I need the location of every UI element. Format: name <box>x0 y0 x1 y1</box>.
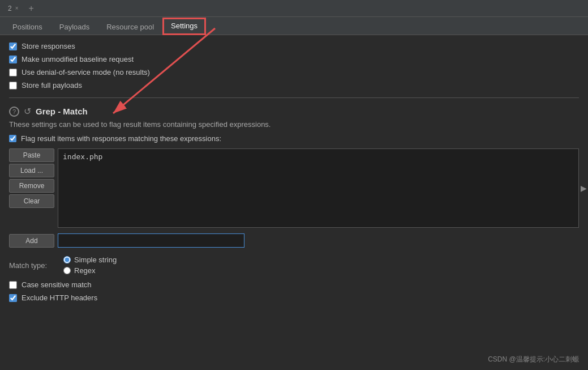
exclude-headers-checkbox[interactable] <box>9 294 17 302</box>
simple-string-label: Simple string <box>74 256 117 264</box>
grep-action-buttons: Paste Load ... Remove Clear <box>9 148 54 228</box>
flag-expressions-label: Flag result items with responses matchin… <box>21 134 221 143</box>
exclude-headers-label: Exclude HTTP headers <box>22 294 97 302</box>
grep-match-description: These settings can be used to flag resul… <box>9 120 579 129</box>
match-type-label: Match type: <box>9 261 54 270</box>
grep-list-item[interactable]: index.php <box>61 151 576 162</box>
tab-2-label: 2 <box>8 5 12 12</box>
tab-settings[interactable]: Settings <box>163 18 205 35</box>
flag-expressions-checkbox[interactable] <box>9 135 16 142</box>
regex-radio[interactable] <box>63 267 71 274</box>
watermark: CSDN @温馨提示:小心二刺螈 <box>488 355 579 364</box>
section-divider <box>9 97 579 98</box>
nav-tabs: Positions Payloads Resource pool Setting… <box>0 17 588 35</box>
tab-add-button[interactable]: + <box>24 3 38 14</box>
settings-content: Store responses Make unmodified baseline… <box>0 35 588 313</box>
match-type-radio-group: Simple string Regex <box>63 256 117 275</box>
tab-2[interactable]: 2 × <box>2 0 24 17</box>
store-responses-row: Store responses <box>9 42 579 50</box>
grep-list[interactable]: index.php <box>58 148 579 228</box>
regex-radio-row: Regex <box>63 266 117 275</box>
case-sensitive-label: Case sensitive match <box>22 280 92 289</box>
simple-string-radio-row: Simple string <box>63 256 117 264</box>
grep-list-area: Paste Load ... Remove Clear index.php ▶ <box>9 148 579 228</box>
store-full-payloads-row: Store full payloads <box>9 81 579 90</box>
case-sensitive-row: Case sensitive match <box>9 280 579 289</box>
remove-button[interactable]: Remove <box>9 179 54 193</box>
tab-resource-pool[interactable]: Resource pool <box>98 19 162 35</box>
paste-button[interactable]: Paste <box>9 148 54 162</box>
regex-label: Regex <box>74 266 96 275</box>
add-expression-row: Add <box>9 233 579 248</box>
make-unmodified-row: Make unmodified baseline request <box>9 55 579 63</box>
case-sensitive-checkbox[interactable] <box>9 281 17 289</box>
store-full-payloads-label: Store full payloads <box>22 81 82 90</box>
grep-match-help-icon[interactable]: ? <box>9 107 19 117</box>
options-section: Case sensitive match Exclude HTTP header… <box>9 280 579 302</box>
denial-of-service-checkbox[interactable] <box>9 69 17 76</box>
store-responses-label: Store responses <box>22 42 75 50</box>
store-responses-checkbox[interactable] <box>9 42 17 50</box>
list-arrow-icon: ▶ <box>581 184 587 193</box>
load-button[interactable]: Load ... <box>9 164 54 177</box>
tab-payloads[interactable]: Payloads <box>51 19 97 35</box>
exclude-headers-row: Exclude HTTP headers <box>9 294 579 302</box>
add-expression-input[interactable] <box>58 233 244 248</box>
grep-match-reset-icon[interactable]: ↺ <box>24 106 31 117</box>
grep-match-header: ? ↺ Grep - Match <box>9 106 579 117</box>
store-full-payloads-checkbox[interactable] <box>9 82 17 90</box>
tab-2-close[interactable]: × <box>15 5 19 11</box>
grep-match-title: Grep - Match <box>36 107 88 116</box>
clear-button[interactable]: Clear <box>9 194 54 208</box>
make-unmodified-checkbox[interactable] <box>9 56 17 63</box>
grep-list-container: index.php ▶ <box>58 148 579 228</box>
denial-of-service-row: Use denial-of-service mode (no results) <box>9 68 579 76</box>
tab-positions[interactable]: Positions <box>5 19 50 35</box>
denial-of-service-label: Use denial-of-service mode (no results) <box>22 68 150 76</box>
flag-expressions-row: Flag result items with responses matchin… <box>9 134 579 143</box>
add-button[interactable]: Add <box>9 234 54 248</box>
simple-string-radio[interactable] <box>63 256 71 263</box>
make-unmodified-label: Make unmodified baseline request <box>22 55 134 63</box>
tab-bar: 2 × + <box>0 0 588 17</box>
match-type-row: Match type: Simple string Regex <box>9 256 579 275</box>
